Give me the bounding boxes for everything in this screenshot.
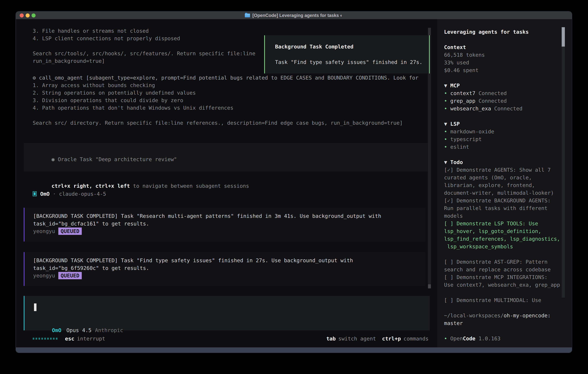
- session-title: Leveraging agents for tasks: [444, 29, 529, 35]
- terminal-line: task_id="bg_dcfac161" to get results.: [33, 220, 425, 228]
- main-scrollbar-thumb[interactable]: [428, 284, 431, 288]
- queued-badge: QUEUED: [58, 228, 82, 235]
- text-segment: grep_app: [450, 98, 478, 104]
- task-message: [BACKGROUND TASK COMPLETED] Task "Find t…: [24, 252, 425, 286]
- terminal-line: 2. String operations on potentially unde…: [33, 89, 444, 97]
- sidebar-line: $0.46 spent: [444, 66, 564, 74]
- terminal-line: yeongyuQUEUED: [33, 228, 425, 235]
- omo-agent-icon-fill: [34, 192, 36, 195]
- sidebar-line: • websearch_exa Connected: [444, 105, 564, 112]
- sidebar-line: ▼ Todo: [444, 158, 564, 166]
- text-segment: context7: [450, 90, 478, 96]
- text-segment: Connected: [494, 105, 523, 112]
- status-bar: esc interrupt tab switch agent ctrl+p co…: [33, 335, 429, 342]
- sidebar-line: lsp_hover, lsp_goto_definition,: [444, 227, 564, 235]
- sidebar-line: ▼ LSP: [444, 120, 564, 128]
- context-header: Context: [444, 44, 466, 50]
- terminal-line: [BACKGROUND TASK COMPLETED] Task "Resear…: [33, 212, 425, 220]
- text-segment: yeongyu: [33, 273, 55, 279]
- sidebar-line: [444, 74, 564, 82]
- version-number: 1.0.163: [475, 335, 501, 342]
- todo-header: Todo: [450, 159, 463, 165]
- sidebar-line: • markdown-oxide: [444, 128, 564, 135]
- prompt-input[interactable]: OmOOpus 4.5Anthropic: [24, 296, 430, 330]
- status-bullet-icon: •: [444, 129, 450, 135]
- text-segment: Connected: [478, 98, 507, 104]
- token-count: 66,518 tokens: [444, 52, 485, 58]
- text-segment: [BACKGROUND TASK COMPLETED] Task "Resear…: [33, 213, 381, 219]
- text-segment: [ ] Demonstrate LSP TOOLS: Use: [444, 220, 538, 227]
- tab-key-label: switch agent: [338, 336, 376, 342]
- status-bullet-icon: •: [444, 105, 450, 112]
- sidebar-line: • grep_app Connected: [444, 97, 564, 105]
- sidebar-line: [444, 289, 564, 296]
- sidebar-line: [ ] Demonstrate MULTIMODAL: Use: [444, 296, 564, 304]
- ctrlp-key-hint: ctrl+p: [382, 336, 401, 342]
- text-segment: Run parallel tasks with different: [444, 205, 547, 211]
- text-segment: lsp_hover, lsp_goto_definition,: [444, 228, 541, 234]
- sidebar-line: [ ] Demonstrate AST-GREP: Pattern: [444, 258, 564, 266]
- text-segment: Search src/ directory. Return specific f…: [33, 120, 403, 126]
- sidebar-line: Use context7, websearch_exa, grep_app: [444, 281, 564, 289]
- text-segment: [ ] Demonstrate MULTIMODAL: Use: [444, 297, 541, 303]
- window-title: [OpenCode] Leveraging agents for tasks ◐: [252, 13, 343, 18]
- sidebar-line: [ ] Demonstrate MCP INTEGRATIONS:: [444, 273, 564, 281]
- sidebar-line: librarian, explore, frontend,: [444, 181, 564, 189]
- text-segment: curated agents (OmO, oracle,: [444, 175, 532, 180]
- text-segment: markdown-oxide: [450, 129, 494, 135]
- text-segment: lsp_workspace_symbols: [444, 244, 513, 249]
- subagent-icon: ◉: [52, 156, 58, 162]
- sidebar-line: Run parallel tasks with different: [444, 204, 564, 212]
- sidebar-line: models: [444, 212, 564, 220]
- sidebar-line: [444, 112, 564, 120]
- sidebar-line: • eslint: [444, 143, 564, 151]
- input-provider-name: Anthropic: [95, 327, 123, 333]
- sidebar-line: document-writer, multimodal-looker): [444, 189, 564, 197]
- sidebar-line: Leveraging agents for tasks: [444, 28, 564, 36]
- text-segment: eslint: [450, 144, 469, 150]
- sidebar-scrollbar-thumb[interactable]: [562, 27, 565, 47]
- sidebar-line: 66,518 tokens: [444, 51, 564, 59]
- sidebar: Leveraging agents for tasks Context66,51…: [437, 19, 571, 348]
- status-right: tab switch agent ctrl+p commands: [326, 336, 429, 342]
- sidebar-line: • typescript: [444, 135, 564, 143]
- sidebar-line: ▼ MCP: [444, 82, 564, 89]
- terminal-line: Search src/ directory. Return specific f…: [33, 119, 444, 127]
- terminal-line: ⚙ call_omo_agent [subagent_type=explore,…: [33, 74, 444, 82]
- collapse-triangle-icon: ▼: [444, 121, 450, 127]
- tool-call-block: ⚙ call_omo_agent [subagent_type=explore,…: [33, 74, 444, 127]
- mcp-header: MCP: [450, 83, 460, 89]
- sidebar-line: [✓] Demonstrate AGENTS: Show all 7: [444, 166, 564, 174]
- terminal-line: [33, 112, 444, 119]
- text-segment: Code: [463, 335, 475, 342]
- text-segment: typescript: [450, 136, 482, 142]
- title-bar[interactable]: [OpenCode] Leveraging agents for tasks ◐: [16, 11, 572, 19]
- sidebar-line: • context7 Connected: [444, 89, 564, 97]
- text-segment: [BACKGROUND TASK COMPLETED] Task "Find t…: [33, 258, 353, 263]
- sidebar-line: master: [444, 319, 564, 327]
- text-segment: Use context7, websearch_exa, grep_app: [444, 282, 560, 288]
- terminal-line: task_id="bg_6f59260c" to get results.: [33, 264, 425, 272]
- sidebar-line: Context: [444, 43, 564, 51]
- text-segment: [✓] Demonstrate AGENTS: Show all 7: [444, 167, 551, 173]
- text-segment: librarian, explore, frontend,: [444, 182, 535, 188]
- text-segment: search and replace across codebase: [444, 267, 551, 272]
- input-meta: OmOOpus 4.5Anthropic: [33, 319, 123, 327]
- ctrlp-key-label: commands: [404, 336, 429, 342]
- text-segment: 2. String operations on potentially unde…: [33, 90, 196, 96]
- text-segment: 1. Array access without bounds checking: [33, 82, 155, 88]
- opencode-window: [OpenCode] Leveraging agents for tasks ◐…: [16, 11, 572, 353]
- sidebar-scrollbar[interactable]: [562, 27, 565, 298]
- sidebar-line: curated agents (OmO, oracle,: [444, 174, 564, 181]
- agent-model: claude-opus-4-5: [59, 191, 106, 197]
- text-segment: [ ] Demonstrate MCP INTEGRATIONS:: [444, 274, 547, 280]
- text-segment: lsp_find_references, lsp_diagnostics,: [444, 236, 560, 242]
- text-segment: document-writer, multimodal-looker): [444, 190, 554, 196]
- status-bullet-icon: •: [444, 98, 450, 104]
- queued-badge: QUEUED: [58, 272, 82, 279]
- terminal-line: yeongyuQUEUED: [33, 272, 425, 280]
- text-segment: task_id="bg_6f59260c" to get results.: [33, 265, 149, 271]
- esc-key-hint: esc: [65, 336, 74, 342]
- terminal-line: [BACKGROUND TASK COMPLETED] Task "Find t…: [33, 257, 425, 264]
- sidebar-line: • OpenCode 1.0.163: [444, 335, 564, 342]
